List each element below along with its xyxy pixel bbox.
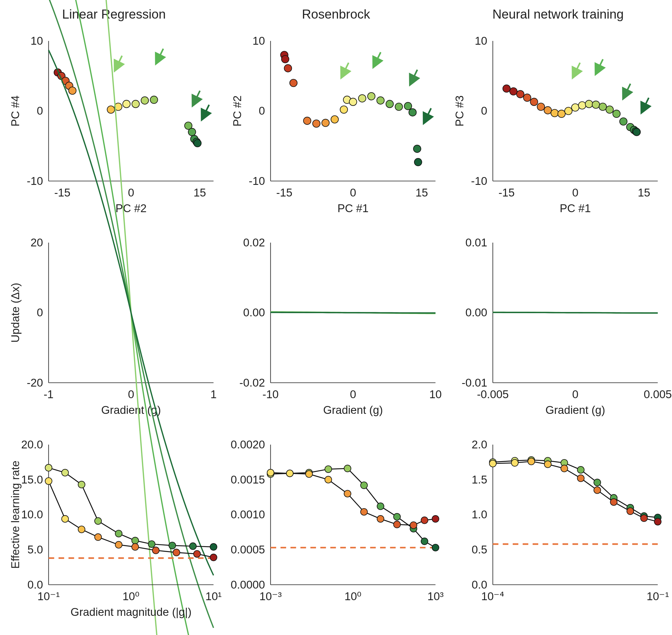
- svg-text:1.0: 1.0: [471, 508, 487, 521]
- svg-text:0.02: 0.02: [243, 236, 265, 249]
- svg-text:0.005: 0.005: [644, 388, 672, 401]
- elr-point: [641, 514, 647, 522]
- scatter-point: [377, 97, 384, 104]
- svg-text:0.0: 0.0: [27, 578, 43, 591]
- svg-text:-15: -15: [498, 186, 515, 199]
- elr-point: [394, 513, 401, 520]
- svg-text:10: 10: [30, 35, 43, 47]
- scatter-point: [558, 110, 565, 117]
- scatter-point: [194, 139, 201, 147]
- svg-text:-0.005: -0.005: [477, 388, 508, 401]
- elr-point: [377, 503, 384, 510]
- elr-point: [325, 476, 332, 483]
- scatter-point: [544, 107, 552, 114]
- scatter-point: [304, 117, 311, 125]
- scatter-point: [565, 107, 572, 115]
- svg-text:10⁻⁴: 10⁻⁴: [481, 590, 504, 603]
- svg-text:0.0000: 0.0000: [231, 578, 265, 591]
- scatter-point: [409, 109, 417, 116]
- svg-text:Gradient magnitude (|g|): Gradient magnitude (|g|): [70, 606, 192, 618]
- arrow-icon: [342, 63, 349, 76]
- scatter-point: [516, 91, 524, 98]
- svg-text:10⁻³: 10⁻³: [260, 590, 282, 603]
- elr-point: [421, 538, 428, 545]
- elr-point: [577, 475, 584, 482]
- elr-point: [210, 554, 217, 561]
- elr-point: [132, 543, 139, 550]
- elr-point: [189, 543, 197, 550]
- scatter-point: [413, 145, 421, 153]
- svg-text:0: 0: [37, 105, 43, 117]
- svg-text:PC #2: PC #2: [231, 95, 243, 127]
- elr-point: [561, 465, 568, 472]
- svg-text:-10: -10: [471, 175, 487, 187]
- scatter-point: [331, 116, 339, 123]
- elr-point: [410, 522, 417, 528]
- svg-text:PC #1: PC #1: [560, 202, 591, 215]
- svg-text:-0.01: -0.01: [462, 376, 487, 389]
- elr-panel: 10⁻⁴10⁻¹0.00.51.01.52.0: [452, 431, 664, 627]
- update-panel: -101-20020Gradient (g)Update (Δx): [8, 228, 220, 425]
- elr-point: [432, 544, 439, 551]
- svg-text:0: 0: [350, 186, 356, 199]
- elr-point: [544, 461, 551, 468]
- elr-point: [528, 458, 535, 465]
- svg-text:0.5: 0.5: [471, 543, 487, 556]
- scatter-point: [359, 95, 366, 102]
- scatter-point: [503, 85, 510, 92]
- scatter-point: [537, 103, 545, 111]
- elr-point: [62, 516, 68, 522]
- elr-point: [344, 465, 351, 472]
- scatter-point: [367, 93, 375, 100]
- arrow-icon: [624, 84, 630, 98]
- svg-text:0.0: 0.0: [471, 578, 487, 591]
- scatter-point: [107, 106, 115, 113]
- svg-text:0.01: 0.01: [465, 236, 487, 249]
- elr-point: [394, 521, 401, 528]
- svg-text:10⁻¹: 10⁻¹: [647, 590, 669, 603]
- svg-text:-0.02: -0.02: [239, 376, 265, 389]
- elr-point: [194, 550, 201, 557]
- svg-text:2.0: 2.0: [471, 438, 487, 451]
- scatter-point: [386, 100, 394, 108]
- scatter-point: [585, 100, 593, 108]
- elr-panel: 10⁻¹10⁰10¹0.05.010.015.020.0Gradient mag…: [8, 431, 220, 627]
- elr-point: [115, 541, 122, 548]
- svg-text:10⁻¹: 10⁻¹: [38, 590, 60, 603]
- arrow-icon: [115, 56, 122, 70]
- svg-text:0.0020: 0.0020: [231, 438, 265, 451]
- scatter-point: [606, 106, 613, 113]
- elr-point: [115, 530, 122, 537]
- update-curve: [493, 312, 657, 313]
- svg-text:10⁰: 10⁰: [345, 590, 362, 603]
- svg-text:5.0: 5.0: [27, 543, 43, 556]
- elr-point: [152, 547, 159, 554]
- elr-trace: [271, 473, 435, 525]
- arrow-icon: [410, 70, 418, 84]
- svg-text:1: 1: [210, 388, 217, 401]
- arrow-icon: [424, 108, 431, 122]
- elr-point: [593, 479, 601, 486]
- scatter-point: [69, 87, 76, 95]
- svg-text:0.0010: 0.0010: [231, 508, 265, 521]
- svg-text:10³: 10³: [427, 590, 444, 603]
- svg-text:10.0: 10.0: [21, 508, 43, 521]
- scatter-point: [188, 128, 196, 136]
- scatter-point: [613, 110, 620, 117]
- scatter-point: [599, 103, 606, 111]
- scatter-point: [415, 158, 422, 166]
- update-panel: -0.00500.005-0.010.000.01Gradient (g): [452, 228, 664, 425]
- svg-text:0.0005: 0.0005: [231, 543, 265, 556]
- svg-text:-10: -10: [263, 388, 279, 401]
- elr-point: [610, 499, 617, 506]
- elr-point: [627, 508, 634, 514]
- elr-point: [95, 518, 102, 524]
- scatter-point: [523, 94, 531, 102]
- scatter-point: [290, 79, 297, 87]
- svg-text:15: 15: [638, 186, 650, 199]
- elr-point: [45, 477, 52, 484]
- scatter-point: [340, 106, 348, 113]
- scatter-point: [150, 96, 158, 104]
- arrow-icon: [642, 98, 649, 112]
- svg-text:10: 10: [252, 35, 265, 47]
